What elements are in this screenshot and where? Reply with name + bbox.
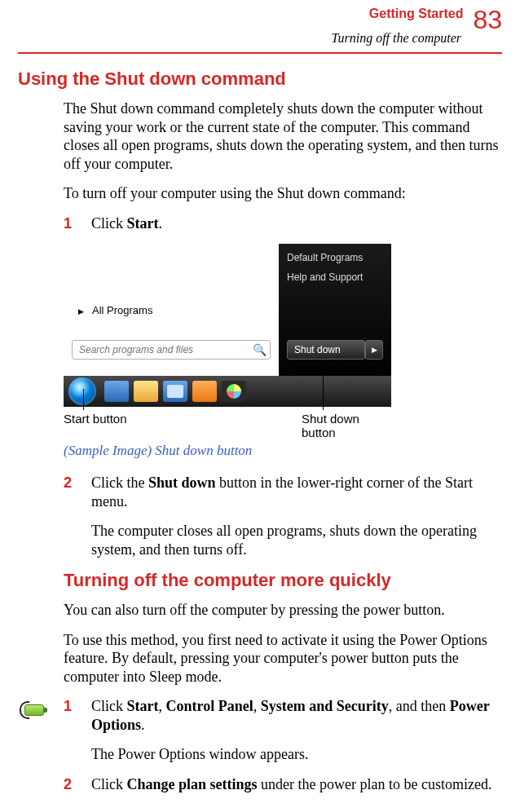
search-icon: 🔍	[253, 343, 266, 356]
all-programs-link[interactable]: All Programs	[78, 304, 152, 316]
menu-item-default-programs[interactable]: Default Programs	[279, 244, 391, 263]
chapter-subtitle: Turning off the computer	[18, 31, 461, 46]
step-item: 2 Click the Shut down button in the lowe…	[64, 474, 502, 510]
step-number: 1	[64, 214, 83, 233]
taskbar-explorer-icon[interactable]	[134, 381, 158, 402]
step-result: The Power Options window appears.	[91, 745, 502, 764]
body-paragraph: To use this method, you first need to ac…	[64, 631, 502, 686]
step-item: 2 Click Change plan settings under the p…	[64, 775, 502, 794]
shutdown-button[interactable]: Shut down	[287, 340, 365, 360]
step-result: The computer closes all open programs, s…	[91, 522, 502, 558]
image-caption: (Sample Image) Shut down button	[64, 443, 520, 459]
menu-item-help-support[interactable]: Help and Support	[279, 263, 391, 283]
step-number: 1	[64, 697, 83, 716]
start-button[interactable]	[68, 377, 96, 405]
taskbar-mediaplayer-icon[interactable]	[163, 381, 187, 402]
callout-shutdown-button: Shut down button	[302, 412, 391, 439]
taskbar-paint-icon[interactable]	[222, 381, 246, 402]
start-menu-right-pane: Default Programs Help and Support	[279, 244, 391, 386]
step-number: 2	[64, 775, 83, 794]
taskbar	[64, 376, 391, 407]
callout-lines: Start button Shut down button	[64, 410, 391, 441]
step-item: 1 Click Start, Control Panel, System and…	[64, 697, 502, 734]
body-paragraph: You can also turn off the computer by pr…	[64, 601, 502, 620]
search-input[interactable]	[72, 340, 271, 360]
section-heading-quick-off: Turning off the computer more quickly	[64, 570, 502, 591]
callout-start-button: Start button	[64, 412, 127, 426]
page-number: 83	[473, 7, 502, 33]
body-paragraph: To turn off your computer using the Shut…	[64, 184, 502, 203]
body-paragraph: The Shut down command completely shuts d…	[64, 99, 502, 173]
sample-image-start-menu: Default Programs Help and Support All Pr…	[64, 244, 391, 407]
shutdown-menu-arrow-icon[interactable]: ▶	[365, 340, 383, 360]
taskbar-folder-icon[interactable]	[192, 381, 217, 402]
chapter-label: Getting Started	[369, 7, 464, 21]
step-item: 1 Click Start.	[64, 214, 502, 233]
battery-margin-icon	[20, 699, 47, 721]
taskbar-ie-icon[interactable]	[104, 381, 129, 402]
header-rule	[18, 52, 502, 54]
step-number: 2	[64, 474, 83, 492]
section-heading-shutdown: Using the Shut down command	[18, 68, 502, 90]
